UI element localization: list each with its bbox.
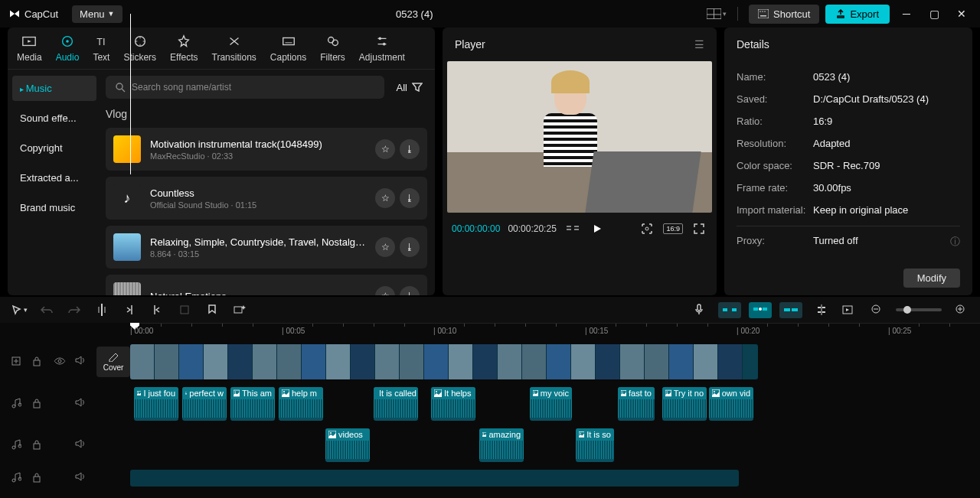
tab-filters[interactable]: Filters <box>320 34 345 69</box>
download-button[interactable]: ⭳ <box>400 286 420 295</box>
layout-icon[interactable]: ▾ <box>707 6 727 21</box>
svg-rect-32 <box>234 307 242 313</box>
tab-stickers[interactable]: Stickers <box>123 34 156 69</box>
download-button[interactable]: ⭳ <box>400 139 420 159</box>
track-mute-icon[interactable] <box>75 439 87 451</box>
zoom-out-icon[interactable] <box>868 301 885 318</box>
filter-all[interactable]: All <box>392 82 427 93</box>
export-button[interactable]: Export <box>825 5 890 24</box>
trim-left-tool[interactable] <box>121 301 138 318</box>
audio-clip[interactable]: perfect w <box>182 387 227 421</box>
track-eye-icon[interactable] <box>54 356 66 368</box>
player-preview[interactable] <box>447 61 712 213</box>
info-icon[interactable]: ⓘ <box>950 235 960 249</box>
detail-value: Turned off <box>813 235 858 249</box>
sidebar-item-3[interactable]: Extracted a... <box>12 165 96 190</box>
track-lock-icon[interactable] <box>32 356 44 368</box>
timeline[interactable]: | 00:00| 00:05| 00:10| 00:15| 00:20| 00:… <box>0 323 980 498</box>
player-menu-icon[interactable]: ☰ <box>694 38 704 50</box>
image-icon <box>482 431 486 438</box>
video-clip[interactable] <box>130 344 758 379</box>
ai-tool[interactable] <box>231 301 248 318</box>
audio-track-icon[interactable] <box>11 439 23 451</box>
track-lock-icon[interactable] <box>32 398 44 410</box>
audio-clip[interactable]: my voic <box>530 387 572 421</box>
svg-point-71 <box>622 392 622 392</box>
sidebar-item-2[interactable]: Copyright <box>12 135 96 161</box>
audio-clip[interactable]: help m <box>279 387 323 421</box>
snap-mode-3[interactable] <box>779 302 802 318</box>
delete-tool[interactable] <box>176 301 193 318</box>
tab-audio[interactable]: Audio <box>56 34 80 69</box>
audio-clip[interactable] <box>130 470 739 487</box>
svg-point-53 <box>12 405 15 408</box>
mic-icon[interactable] <box>691 301 707 318</box>
modify-button[interactable]: Modify <box>903 269 960 288</box>
zoom-slider[interactable] <box>896 308 942 311</box>
favorite-button[interactable]: ☆ <box>375 286 395 295</box>
tab-text[interactable]: TIText <box>93 34 109 69</box>
audio-clip[interactable]: It is so <box>576 428 614 462</box>
audio-clip[interactable]: I just fou <box>134 387 178 421</box>
fullscreen-icon[interactable] <box>691 220 707 237</box>
music-track[interactable]: Motivation instrumental track(1048499)Ma… <box>106 128 427 171</box>
favorite-button[interactable]: ☆ <box>375 237 395 257</box>
audio-clip[interactable]: own vid <box>709 387 753 421</box>
track-add-icon[interactable] <box>11 356 23 368</box>
sidebar-item-1[interactable]: Sound effe... <box>12 106 96 131</box>
download-button[interactable]: ⭳ <box>400 237 420 257</box>
aspect-ratio[interactable]: 16:9 <box>663 223 683 234</box>
tab-captions[interactable]: Captions <box>270 34 306 69</box>
favorite-button[interactable]: ☆ <box>375 139 395 159</box>
snap-mode-2[interactable] <box>749 302 772 318</box>
track-mute-icon[interactable] <box>75 398 87 410</box>
maximize-button[interactable]: ▢ <box>923 3 945 24</box>
audio-clip[interactable]: fast to <box>618 387 655 421</box>
search-input[interactable]: Search song name/artist <box>106 76 384 99</box>
compare-icon[interactable] <box>564 220 581 237</box>
zoom-in-icon[interactable] <box>952 301 969 318</box>
scan-icon[interactable] <box>639 220 655 237</box>
preview-tool[interactable] <box>841 301 858 318</box>
music-track[interactable]: Natural Emotions☆⭳ <box>106 275 427 295</box>
track-mute-icon[interactable] <box>75 472 87 484</box>
menu-button[interactable]: Menu▼ <box>72 5 122 23</box>
audio-clip[interactable]: It helps <box>431 387 475 421</box>
music-track[interactable]: Relaxing, Simple, Countryside, Travel, N… <box>106 226 427 269</box>
undo-button[interactable] <box>38 301 55 318</box>
download-button[interactable]: ⭳ <box>400 188 420 208</box>
close-button[interactable]: ✕ <box>951 3 972 24</box>
audio-clip[interactable]: It is called <box>374 387 418 421</box>
sidebar-item-0[interactable]: Music <box>12 76 96 101</box>
align-tool[interactable] <box>813 301 830 318</box>
tab-transitions[interactable]: Transitions <box>212 34 256 69</box>
tab-adjustment[interactable]: Adjustment <box>359 34 405 69</box>
minimize-button[interactable]: ─ <box>896 3 917 24</box>
tab-media[interactable]: Media <box>17 34 42 69</box>
track-lock-icon[interactable] <box>32 439 44 451</box>
audio-clip[interactable]: This am <box>230 387 275 421</box>
trim-right-tool[interactable] <box>149 301 165 318</box>
audio-clip[interactable]: Try it no <box>662 387 707 421</box>
library-panel: MediaAudioTITextStickersEffectsTransitio… <box>8 28 435 295</box>
sidebar-item-4[interactable]: Brand music <box>12 195 96 220</box>
shortcut-button[interactable]: Shortcut <box>749 5 819 24</box>
detail-value: 30.00fps <box>813 182 851 194</box>
cover-button[interactable]: Cover <box>96 347 130 377</box>
track-mute-icon[interactable] <box>75 356 87 368</box>
play-button[interactable] <box>589 220 606 237</box>
audio-clip[interactable]: amazing <box>479 428 524 462</box>
audio-clip[interactable]: videos <box>325 428 370 462</box>
split-tool[interactable] <box>93 301 110 318</box>
audio-track-icon[interactable] <box>11 398 23 410</box>
marker-tool[interactable] <box>204 301 220 318</box>
snap-mode-1[interactable] <box>718 302 741 318</box>
detail-label: Proxy: <box>737 235 813 249</box>
music-track[interactable]: ♪CountlessOfficial Sound Studio · 01:15☆… <box>106 177 427 220</box>
favorite-button[interactable]: ☆ <box>375 188 395 208</box>
tab-effects[interactable]: Effects <box>170 34 198 69</box>
pointer-tool[interactable]: ▾ <box>11 301 28 318</box>
track-lock-icon[interactable] <box>32 472 44 484</box>
redo-button[interactable] <box>66 301 83 318</box>
audio-track-icon[interactable] <box>11 472 23 484</box>
